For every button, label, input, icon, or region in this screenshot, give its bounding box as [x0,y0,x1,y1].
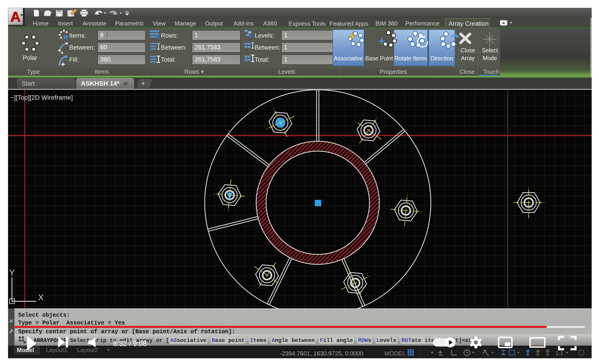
svg-text:Y: Y [9,268,15,277]
svg-text:X: X [38,293,44,302]
svg-text:8:32 / 9:08: 8:32 / 9:08 [113,340,147,348]
svg-text:−][Top][2D Wireframe]: −][Top][2D Wireframe] [10,94,73,101]
